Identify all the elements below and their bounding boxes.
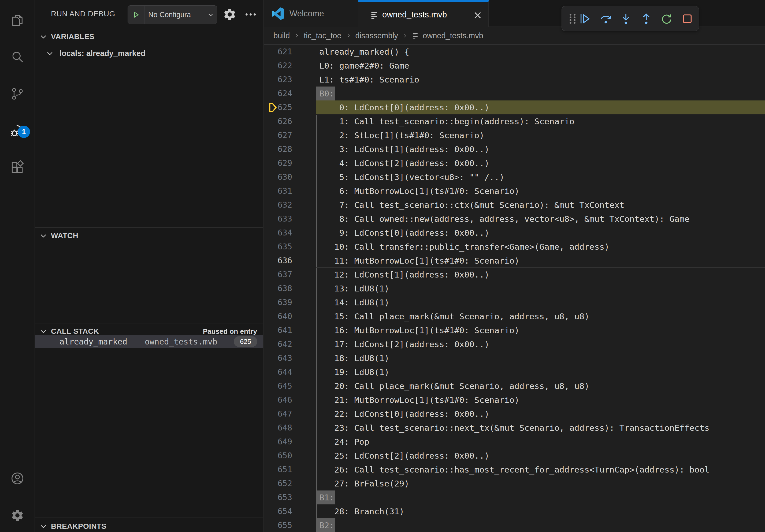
code-line-650[interactable]: 650 25: LdConst[2](address: 0x00..) bbox=[264, 449, 765, 463]
gutter[interactable]: 635 bbox=[264, 240, 296, 254]
line-content[interactable]: 7: Call test_scenario::ctx(&mut Scenario… bbox=[316, 198, 765, 212]
step-over-button[interactable] bbox=[600, 13, 612, 25]
line-content[interactable]: L0: game#2#0: Game bbox=[316, 59, 765, 73]
settings-gear-icon[interactable] bbox=[0, 502, 35, 529]
code-line-655[interactable]: 655B2: bbox=[264, 518, 765, 532]
line-content[interactable]: 21: MutBorrowLoc[1](ts#1#0: Scenario) bbox=[316, 393, 765, 407]
breadcrumb-item[interactable]: disassembly bbox=[356, 31, 398, 40]
line-content[interactable]: 0: LdConst[0](address: 0x00..) bbox=[316, 101, 765, 115]
account-icon[interactable] bbox=[0, 465, 35, 492]
code-line-621[interactable]: 621already_marked() { bbox=[264, 45, 765, 59]
gutter[interactable]: 622 bbox=[264, 59, 296, 73]
gutter[interactable]: 630 bbox=[264, 170, 296, 184]
run-and-debug-icon[interactable]: 1 bbox=[0, 117, 35, 144]
code-editor[interactable]: 621already_marked() {622L0: game#2#0: Ga… bbox=[264, 45, 765, 532]
code-line-642[interactable]: 642 17: LdConst[2](address: 0x00..) bbox=[264, 337, 765, 351]
code-line-644[interactable]: 644 19: LdU8(1) bbox=[264, 365, 765, 379]
watch-section-header[interactable]: WATCH bbox=[35, 229, 263, 242]
gutter[interactable]: 650 bbox=[264, 449, 296, 463]
gutter[interactable]: 627 bbox=[264, 128, 296, 142]
code-line-652[interactable]: 652 27: BrFalse(29) bbox=[264, 476, 765, 490]
gutter[interactable]: 653 bbox=[264, 490, 296, 504]
search-icon[interactable] bbox=[0, 44, 35, 71]
code-line-633[interactable]: 633 8: Call owned::new(address, address,… bbox=[264, 212, 765, 226]
call-stack-frame-row[interactable]: already_marked owned_tests.mvb 625 bbox=[35, 335, 263, 348]
line-content[interactable]: 10: Call transfer::public_transfer<Game>… bbox=[316, 240, 765, 254]
line-content[interactable]: B1: bbox=[316, 490, 765, 504]
code-line-630[interactable]: 630 5: LdConst[3](vector<u8>: "" /..) bbox=[264, 170, 765, 184]
code-line-625[interactable]: 625 0: LdConst[0](address: 0x00..) bbox=[264, 101, 765, 115]
gutter[interactable]: 645 bbox=[264, 379, 296, 393]
tab-welcome[interactable]: Welcome bbox=[264, 0, 359, 27]
code-line-645[interactable]: 645 20: Call place_mark(&mut Scenario, a… bbox=[264, 379, 765, 393]
gutter[interactable]: 649 bbox=[264, 435, 296, 449]
line-content[interactable]: already_marked() { bbox=[316, 45, 765, 59]
code-line-634[interactable]: 634 9: LdConst[0](address: 0x00..) bbox=[264, 226, 765, 240]
toolbar-gripper-icon[interactable] bbox=[566, 13, 579, 25]
gutter[interactable]: 642 bbox=[264, 337, 296, 351]
gutter[interactable]: 654 bbox=[264, 504, 296, 518]
gutter[interactable]: 634 bbox=[264, 226, 296, 240]
line-content[interactable]: 16: MutBorrowLoc[1](ts#1#0: Scenario) bbox=[316, 323, 765, 337]
code-line-643[interactable]: 643 18: LdU8(1) bbox=[264, 351, 765, 365]
line-content[interactable]: 6: MutBorrowLoc[1](ts#1#0: Scenario) bbox=[316, 184, 765, 198]
code-line-651[interactable]: 651 26: Call test_scenario::has_most_rec… bbox=[264, 463, 765, 476]
tab-owned-tests[interactable]: owned_tests.mvb bbox=[359, 0, 489, 28]
variables-section-header[interactable]: VARIABLES bbox=[35, 30, 263, 43]
gutter[interactable]: 648 bbox=[264, 421, 296, 435]
code-line-648[interactable]: 648 23: Call test_scenario::next_tx(&mut… bbox=[264, 421, 765, 435]
code-line-649[interactable]: 649 24: Pop bbox=[264, 435, 765, 449]
variables-scope-row[interactable]: locals: already_marked bbox=[35, 47, 263, 60]
code-line-624[interactable]: 624B0: bbox=[264, 87, 765, 101]
breakpoints-section-header[interactable]: BREAKPOINTS bbox=[35, 520, 263, 532]
continue-button[interactable] bbox=[579, 13, 591, 25]
line-content[interactable]: 11: MutBorrowLoc[1](ts#1#0: Scenario) bbox=[316, 254, 765, 268]
line-content[interactable]: 12: LdConst[1](address: 0x00..) bbox=[316, 268, 765, 282]
gutter[interactable]: 646 bbox=[264, 393, 296, 407]
restart-button[interactable] bbox=[660, 13, 673, 25]
line-content[interactable]: 19: LdU8(1) bbox=[316, 365, 765, 379]
code-line-639[interactable]: 639 14: LdU8(1) bbox=[264, 296, 765, 309]
code-line-647[interactable]: 647 22: LdConst[0](address: 0x00..) bbox=[264, 407, 765, 421]
code-line-640[interactable]: 640 15: Call place_mark(&mut Scenario, a… bbox=[264, 309, 765, 323]
line-content[interactable]: B2: bbox=[316, 518, 765, 532]
gutter[interactable]: 643 bbox=[264, 351, 296, 365]
step-out-button[interactable] bbox=[640, 13, 652, 25]
gutter[interactable]: 639 bbox=[264, 296, 296, 309]
gutter[interactable]: 623 bbox=[264, 73, 296, 87]
line-content[interactable]: 25: LdConst[2](address: 0x00..) bbox=[316, 449, 765, 463]
code-line-631[interactable]: 631 6: MutBorrowLoc[1](ts#1#0: Scenario) bbox=[264, 184, 765, 198]
gutter[interactable]: 655 bbox=[264, 518, 296, 532]
code-line-638[interactable]: 638 13: LdU8(1) bbox=[264, 282, 765, 296]
gutter[interactable]: 629 bbox=[264, 156, 296, 170]
gutter[interactable]: 647 bbox=[264, 407, 296, 421]
breadcrumb-item[interactable]: tic_tac_toe bbox=[304, 31, 341, 40]
gutter[interactable]: 626 bbox=[264, 115, 296, 128]
line-content[interactable]: B0: bbox=[316, 87, 765, 101]
more-actions-icon[interactable] bbox=[244, 8, 258, 21]
code-line-641[interactable]: 641 16: MutBorrowLoc[1](ts#1#0: Scenario… bbox=[264, 323, 765, 337]
gutter[interactable]: 651 bbox=[264, 463, 296, 476]
line-content[interactable]: L1: ts#1#0: Scenario bbox=[316, 73, 765, 87]
code-line-632[interactable]: 632 7: Call test_scenario::ctx(&mut Scen… bbox=[264, 198, 765, 212]
gutter[interactable]: 644 bbox=[264, 365, 296, 379]
code-line-654[interactable]: 654 28: Branch(31) bbox=[264, 504, 765, 518]
breadcrumb-file[interactable]: owned_tests.mvb bbox=[423, 31, 483, 40]
line-content[interactable]: 1: Call test_scenario::begin(address): S… bbox=[316, 115, 765, 128]
line-content[interactable]: 23: Call test_scenario::next_tx(&mut Sce… bbox=[316, 421, 765, 435]
code-line-646[interactable]: 646 21: MutBorrowLoc[1](ts#1#0: Scenario… bbox=[264, 393, 765, 407]
line-content[interactable]: 13: LdU8(1) bbox=[316, 282, 765, 296]
debug-settings-gear-icon[interactable] bbox=[223, 8, 237, 21]
line-content[interactable]: 27: BrFalse(29) bbox=[316, 476, 765, 490]
extensions-icon[interactable] bbox=[0, 154, 35, 180]
gutter[interactable]: 640 bbox=[264, 309, 296, 323]
gutter[interactable]: 652 bbox=[264, 476, 296, 490]
gutter[interactable]: 628 bbox=[264, 142, 296, 156]
line-content[interactable]: 3: LdConst[1](address: 0x00..) bbox=[316, 142, 765, 156]
gutter[interactable]: 632 bbox=[264, 198, 296, 212]
line-content[interactable]: 14: LdU8(1) bbox=[316, 296, 765, 309]
gutter[interactable]: 641 bbox=[264, 323, 296, 337]
line-content[interactable]: 8: Call owned::new(address, address, vec… bbox=[316, 212, 765, 226]
gutter[interactable]: 631 bbox=[264, 184, 296, 198]
explorer-icon[interactable] bbox=[0, 7, 35, 34]
